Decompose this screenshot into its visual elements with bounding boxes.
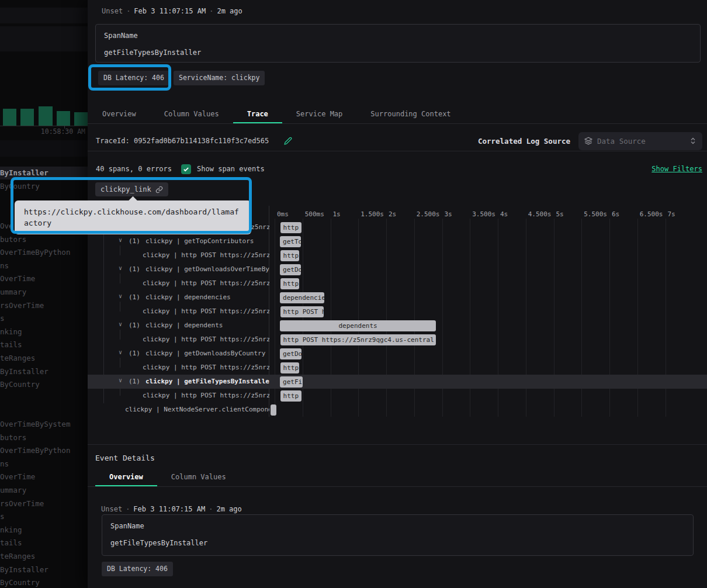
axis-tick-label: 2.500s <box>417 210 440 218</box>
span-duration-bar[interactable]: http POST https://z5nrz9qgc4.us-central <box>280 250 300 261</box>
chevron-down-icon[interactable]: ∨ <box>119 265 122 271</box>
tab-surrounding-context[interactable]: Surrounding Context <box>356 105 465 123</box>
span-duration-bar[interactable] <box>271 404 276 416</box>
trace-span-row[interactable]: clickpy | http POST https://z5nrzhttp PO… <box>88 305 707 319</box>
background-list-item[interactable]: ByInstaller <box>0 168 48 177</box>
span-duration-bar[interactable]: http POST https://z5nrz9qgc4.us-central <box>280 222 301 233</box>
show-filters-link[interactable]: Show Filters <box>651 165 702 173</box>
trace-span-row[interactable]: ∨(1)clickpy | getTopContributorsgetTopCo… <box>88 234 707 248</box>
background-list-item[interactable]: teRanges <box>0 354 35 362</box>
background-list-item[interactable]: nking <box>0 525 22 534</box>
span-name-label: clickpy | http POST https://z5nrz <box>143 307 269 315</box>
span-duration-bar[interactable]: http POST https://z5nrz9qgc4.us-central <box>280 390 301 402</box>
background-list-item[interactable]: OverTime <box>0 472 35 481</box>
span-duration-bar[interactable]: dependents <box>280 320 436 331</box>
histogram-bar <box>20 109 34 126</box>
trace-span-row[interactable]: clickpy | http POST https://z5nrzhttp PO… <box>88 333 707 347</box>
tree-guide-line <box>120 274 120 283</box>
span-child-count: (1) <box>129 378 140 385</box>
tab-overview[interactable]: Overview <box>88 105 150 123</box>
span-duration-bar[interactable]: getTopContributors <box>280 236 301 247</box>
span-name-label: clickpy | getDownloadsByCountry <box>145 350 269 357</box>
background-list-item[interactable]: OverTimeByPython <box>0 446 70 455</box>
dot-separator: · <box>205 505 216 513</box>
trace-span-row[interactable]: clickpy | http POST https://z5nrzhttp PO… <box>88 248 707 262</box>
status-badge: Unset <box>102 7 123 15</box>
span-duration-bar[interactable]: http POST https://z5nrz9qgc4.us-central <box>280 278 300 289</box>
background-list-item[interactable]: teRanges <box>0 552 35 561</box>
background-list-item[interactable]: rsOverTime <box>0 499 44 508</box>
trace-span-row[interactable]: clickpy | http POST https://z5nrzhttp PO… <box>88 389 707 403</box>
event-details-tab-column-values[interactable]: Column Values <box>157 468 240 486</box>
chevron-down-icon[interactable]: ∨ <box>119 377 122 383</box>
background-list-item[interactable]: rsOverTime <box>0 301 44 310</box>
background-list-item[interactable]: ns <box>0 459 9 468</box>
chevron-down-icon[interactable]: ∨ <box>119 349 122 355</box>
event-details-tab-overview[interactable]: Overview <box>95 468 157 486</box>
divider <box>88 151 707 151</box>
tab-trace[interactable]: Trace <box>233 105 282 123</box>
span-duration-bar[interactable]: getDownloadsOverTimeBySystem <box>280 264 301 275</box>
span-name-label: clickpy | NextNodeServer.clientCompone <box>125 406 269 413</box>
trace-span-row[interactable]: ∨(1)clickpy | getDownloadsOverTimeBySget… <box>88 262 707 276</box>
span-name-value: getFileTypesByInstaller <box>102 530 693 547</box>
background-list-item[interactable]: OverTimeByPython <box>0 248 70 257</box>
correlated-log-source-label: Correlated Log Source <box>478 137 570 146</box>
background-list-item[interactable]: ByInstaller <box>0 367 48 376</box>
tab-column-values[interactable]: Column Values <box>150 105 233 123</box>
waterfall-rows: clickpy | http POST https://z5nrzhttp PO… <box>88 220 707 418</box>
background-list-item[interactable]: ByInstaller <box>0 565 48 574</box>
link-icon <box>155 186 163 193</box>
data-source-select[interactable]: Data Source <box>578 132 702 150</box>
span-duration-bar[interactable]: http POST https://z5nrz9qgc4.us-central <box>280 362 300 373</box>
axis-tick-label: 5.500s <box>584 210 607 218</box>
background-list-item[interactable]: s <box>0 512 5 521</box>
span-duration-bar[interactable]: http POST https://z5nrz9qgc4.us-central <box>280 334 436 345</box>
background-list-item[interactable]: Ove <box>0 222 13 230</box>
chevron-down-icon[interactable]: ∨ <box>119 293 122 299</box>
background-list-item[interactable]: butors <box>0 235 26 244</box>
db-latency-badge[interactable]: DB Latency: 406 <box>102 562 173 576</box>
background-list-item[interactable]: ByCountry <box>0 380 40 389</box>
histogram-bar <box>39 106 53 126</box>
background-list-item[interactable]: nking <box>0 327 22 336</box>
background-list-item[interactable]: ummary <box>0 486 26 494</box>
relative-time: 2m ago <box>217 7 242 15</box>
event-timestamp: Feb 3 11:07:15 AM <box>133 505 205 513</box>
background-list-item[interactable]: ByCountry <box>0 182 40 191</box>
clickpy-link-badge[interactable]: clickpy_link <box>95 182 168 196</box>
span-duration-bar[interactable]: getFileTypesByInstaller <box>280 376 303 388</box>
trace-span-row[interactable]: ∨(1)clickpy | getFileTypesByInstallerget… <box>88 375 707 389</box>
edit-trace-id-button[interactable] <box>284 137 292 145</box>
chevron-updown-icon <box>689 137 696 145</box>
background-list-item[interactable]: OverTimeBySystem <box>0 420 70 428</box>
trace-span-row[interactable]: ∨(1)clickpy | dependentsdependents <box>88 319 707 333</box>
chevron-down-icon[interactable]: ∨ <box>119 237 122 243</box>
background-list-item[interactable]: tails <box>0 340 22 349</box>
trace-span-row[interactable]: clickpy | http POST https://z5nrzhttp PO… <box>88 361 707 375</box>
span-duration-bar[interactable]: http POST https://z5nrz9qgc4.us-central <box>280 306 324 317</box>
trace-span-row[interactable]: clickpy | http POST https://z5nrzhttp PO… <box>88 276 707 290</box>
event-timestamp: Feb 3 11:07:15 AM <box>134 7 206 15</box>
service-name-badge[interactable]: ServiceName: clickpy <box>174 71 265 85</box>
tree-guide-line <box>120 302 120 312</box>
axis-tick-label: 6s <box>612 210 619 218</box>
background-list-item[interactable]: butors <box>0 433 26 442</box>
background-list-item[interactable]: s <box>0 314 5 323</box>
chevron-down-icon[interactable]: ∨ <box>119 321 122 327</box>
db-latency-badge[interactable]: DB Latency: 406 <box>98 71 169 85</box>
background-list-item[interactable]: tails <box>0 538 22 547</box>
background-list-item[interactable]: OverTime <box>0 274 35 283</box>
tab-service-map[interactable]: Service Map <box>282 105 356 123</box>
trace-span-row[interactable]: clickpy | NextNodeServer.clientCompone <box>88 403 707 417</box>
background-list-item[interactable]: ns <box>0 261 9 270</box>
span-duration-bar[interactable]: getDownloadsByCountry <box>280 348 301 359</box>
background-list-item[interactable]: ummary <box>0 288 26 296</box>
trace-span-row[interactable]: ∨(1)clickpy | dependenciesdependencies <box>88 290 707 305</box>
trace-span-row[interactable]: ∨(1)clickpy | getDownloadsByCountrygetDo… <box>88 347 707 361</box>
show-span-events-checkbox[interactable] <box>181 164 191 174</box>
span-child-count: (1) <box>129 293 140 301</box>
tree-guide-line <box>120 358 120 368</box>
background-list-item[interactable]: ByCountry <box>0 578 40 587</box>
span-duration-bar[interactable]: dependencies <box>280 292 324 303</box>
